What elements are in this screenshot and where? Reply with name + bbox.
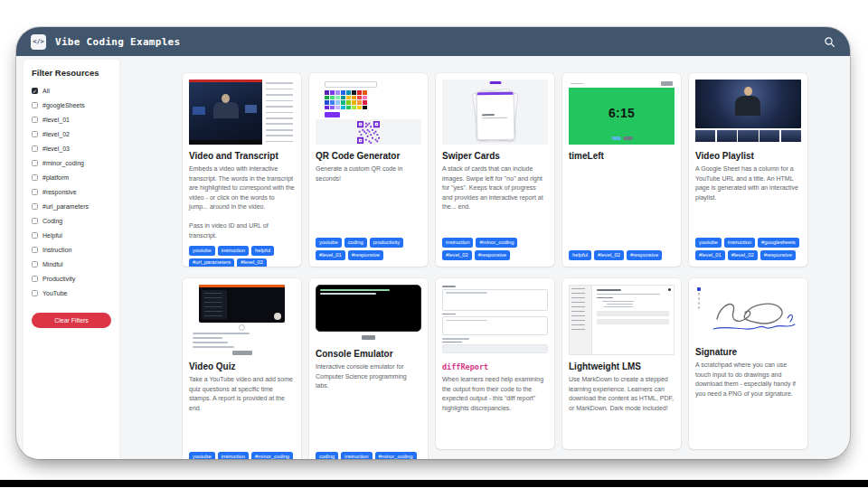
card-diffreport[interactable]: diffReport When learners need help exami…: [436, 278, 554, 449]
tag-responsive[interactable]: #responsive: [627, 250, 662, 260]
card-title: diffReport: [442, 363, 548, 371]
lms-content: [592, 286, 674, 354]
tag-instruction[interactable]: instruction: [724, 238, 755, 248]
card-description: When learners need help examining the ou…: [442, 375, 548, 413]
tag-responsive[interactable]: #responsive: [348, 250, 383, 260]
card-title: Video Quiz: [189, 361, 295, 371]
filter-youtube[interactable]: YouTube: [32, 290, 111, 296]
card-signature[interactable]: Signature A scratchpad where you can use…: [689, 278, 807, 449]
filter-checkbox[interactable]: [32, 232, 38, 239]
filter-checkbox[interactable]: [32, 203, 38, 210]
lms-thumbnail: [569, 285, 675, 355]
tag-productivity[interactable]: productivity: [370, 238, 403, 248]
tag-minor_coding[interactable]: #minor_coding: [251, 452, 293, 459]
filter-checkbox[interactable]: [32, 247, 38, 253]
filter-googlesheets[interactable]: #googleSheets: [32, 102, 111, 108]
filter-checkbox[interactable]: [32, 145, 38, 152]
filter-level_02[interactable]: #level_02: [32, 131, 111, 137]
card-title: Signature: [695, 347, 801, 357]
tag-level_02[interactable]: #level_02: [442, 250, 472, 260]
quiz-video-frame: [199, 285, 286, 323]
code-logo-icon: </>: [31, 34, 46, 50]
card-qr-code-generator[interactable]: QR Code Generator Generate a custom QR c…: [309, 73, 428, 267]
filter-checkbox[interactable]: [32, 290, 38, 296]
card-video-quiz[interactable]: Video Quiz Take a YouTube video and add …: [183, 278, 301, 459]
signature-thumbnail: [695, 285, 801, 341]
filter-label: Helpful: [42, 232, 62, 239]
tag-googlesheets[interactable]: #googlesheets: [758, 238, 799, 248]
filter-label: Instruction: [42, 247, 71, 253]
card-timeleft[interactable]: 6:15 timeLeft helpful#level_02#responsiv…: [562, 73, 681, 267]
tag-coding[interactable]: coding: [316, 452, 338, 459]
screenshot-stage: </> Vibe Coding Examples Filter Resource…: [0, 0, 868, 488]
card-console-emulator[interactable]: Console Emulator Interactive console emu…: [309, 278, 428, 459]
tag-url_parameters[interactable]: #url_parameters: [189, 258, 234, 267]
filter-all[interactable]: All: [32, 88, 111, 94]
app-header: </> Vibe Coding Examples: [16, 27, 850, 56]
timer-display-area: 6:15: [569, 88, 675, 145]
filter-coding[interactable]: Coding: [32, 218, 111, 224]
filter-responsive[interactable]: #responsive: [32, 189, 111, 195]
filter-checkbox[interactable]: [32, 131, 38, 137]
tag-coding[interactable]: coding: [344, 238, 367, 248]
filter-level_03[interactable]: #level_03: [32, 145, 111, 152]
tag-youtube[interactable]: youtube: [316, 238, 342, 248]
tag-level_02[interactable]: #level_02: [728, 250, 758, 260]
tag-list: [569, 437, 675, 443]
tag-helpful[interactable]: helpful: [251, 246, 274, 256]
tag-instruction[interactable]: instruction: [341, 452, 372, 459]
swiper-cards-thumbnail: [442, 80, 548, 145]
clear-filters-button[interactable]: Clear Filters: [32, 313, 111, 328]
tag-level_01[interactable]: #level_01: [316, 250, 345, 260]
tag-youtube[interactable]: youtube: [189, 452, 215, 459]
quiz-form: [193, 333, 292, 355]
tag-level_02[interactable]: #level_02: [594, 250, 624, 260]
filter-level_01[interactable]: #level_01: [32, 117, 111, 123]
tag-list: youtubeinstruction#googlesheets#level_01…: [695, 232, 801, 260]
tag-level_02[interactable]: #level_02: [237, 258, 267, 267]
video-frame: [189, 80, 262, 145]
tag-youtube[interactable]: youtube: [189, 246, 215, 256]
filter-mindful[interactable]: Mindful: [32, 261, 111, 267]
filter-helpful[interactable]: Helpful: [32, 232, 111, 239]
playlist-thumbnails-row: [695, 130, 801, 142]
tag-list: [695, 437, 801, 443]
card-lightweight-lms[interactable]: Lightweight LMS Use MarkDown to create a…: [562, 278, 681, 449]
card-swiper-cards[interactable]: Swiper Cards A stack of cards that can i…: [436, 73, 554, 267]
filter-checkbox[interactable]: [32, 189, 38, 195]
filter-checkbox[interactable]: [32, 102, 38, 108]
card-description: Generate a custom QR code in seconds!: [316, 164, 421, 183]
tag-minor_coding[interactable]: #minor_coding: [375, 452, 417, 459]
console-thumbnail: [316, 285, 421, 343]
filter-minor_coding[interactable]: #minor_coding: [32, 160, 111, 166]
filter-checkbox[interactable]: [32, 261, 38, 267]
bottom-border-bar: [0, 480, 868, 487]
tag-helpful[interactable]: helpful: [569, 250, 591, 260]
tag-level_01[interactable]: #level_01: [695, 250, 725, 260]
tag-youtube[interactable]: youtube: [695, 238, 722, 248]
card-video-playlist[interactable]: Video Playlist A Google Sheet has a colu…: [689, 73, 807, 267]
tag-responsive[interactable]: #responsive: [475, 250, 510, 260]
tag-instruction[interactable]: instruction: [218, 246, 249, 256]
search-icon[interactable]: [824, 36, 835, 48]
timer-settings-button: [661, 81, 673, 86]
tag-list: instruction#minor_coding#level_02#respon…: [442, 232, 548, 260]
filter-url_parameters[interactable]: #url_parameters: [32, 203, 111, 210]
filter-instruction[interactable]: Instruction: [32, 247, 111, 253]
qr-url-input: [325, 81, 377, 88]
filter-platform[interactable]: #platform: [32, 174, 111, 181]
tag-instruction[interactable]: instruction: [218, 452, 249, 459]
filter-checkbox[interactable]: [32, 88, 38, 94]
filter-checkbox[interactable]: [32, 218, 38, 224]
tag-responsive[interactable]: #responsive: [760, 250, 796, 260]
filter-checkbox[interactable]: [32, 117, 38, 123]
filter-checkbox[interactable]: [32, 160, 38, 166]
tag-instruction[interactable]: instruction: [442, 238, 473, 248]
card-video-and-transcript[interactable]: Video and Transcript Embeds a video with…: [183, 73, 301, 267]
video-quiz-thumbnail: [189, 285, 295, 355]
tag-minor_coding[interactable]: #minor_coding: [476, 238, 517, 248]
filter-checkbox[interactable]: [32, 174, 38, 181]
filter-productivity[interactable]: Productivity: [32, 276, 111, 282]
card-description: A scratchpad where you can use touch inp…: [695, 361, 801, 399]
filter-checkbox[interactable]: [32, 276, 38, 282]
